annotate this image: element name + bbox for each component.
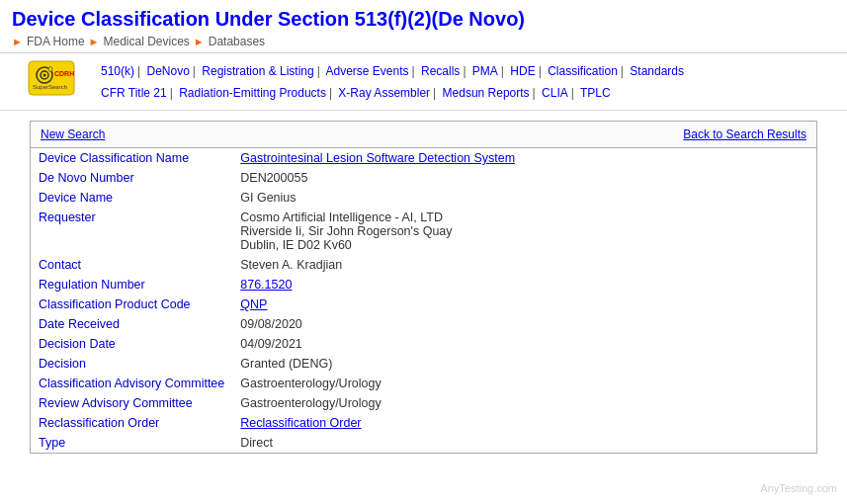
table-row: TypeDirect — [31, 433, 816, 453]
breadcrumb-arrow-icon: ► — [12, 36, 23, 47]
table-row: DecisionGranted (DENG) — [31, 354, 816, 374]
field-label: Requester — [31, 208, 232, 255]
field-value[interactable]: 876.1520 — [232, 275, 816, 294]
field-link[interactable]: Gastrointesinal Lesion Software Detectio… — [240, 151, 515, 165]
field-label: Reclassification Order — [31, 413, 232, 433]
svg-text:CDRH: CDRH — [54, 70, 74, 77]
nav-xray[interactable]: X-Ray Assembler — [338, 86, 430, 100]
new-search-link[interactable]: New Search — [41, 127, 105, 141]
result-box: New Search Back to Search Results Device… — [30, 121, 817, 454]
nav-clia[interactable]: CLIA — [542, 86, 568, 100]
field-value[interactable]: Reclassification Order — [232, 413, 816, 433]
table-row: De Novo NumberDEN200055 — [31, 168, 816, 188]
field-link[interactable]: Reclassification Order — [240, 416, 361, 430]
table-row: Date Received09/08/2020 — [31, 314, 816, 334]
table-row: Reclassification OrderReclassification O… — [31, 413, 816, 433]
nav-adverse[interactable]: Adverse Events — [326, 64, 409, 78]
field-value: 09/08/2020 — [232, 314, 816, 334]
breadcrumb-sep1: ► — [89, 36, 100, 47]
svg-text:SuperSearch: SuperSearch — [33, 84, 67, 90]
field-label: Decision — [31, 354, 232, 374]
logo: CDRH SuperSearch — [12, 59, 91, 97]
nav-pma[interactable]: PMA — [472, 64, 498, 78]
detail-table: Device Classification NameGastrointesina… — [31, 148, 816, 453]
nav-standards[interactable]: Standards — [630, 64, 684, 78]
field-value: Gastroenterology/Urology — [232, 374, 816, 393]
nav-links: 510(k)| DeNovo| Registration & Listing| … — [101, 59, 835, 104]
svg-point-4 — [48, 67, 52, 72]
field-value: GI Genius — [232, 188, 816, 208]
table-row: Review Advisory CommitteeGastroenterolog… — [31, 393, 816, 413]
nav-510k[interactable]: 510(k) — [101, 64, 134, 78]
table-row: Device NameGI Genius — [31, 188, 816, 208]
breadcrumb-medical-devices[interactable]: Medical Devices — [103, 35, 189, 48]
field-value: Gastroenterology/Urology — [232, 393, 816, 413]
nav-registration[interactable]: Registration & Listing — [202, 64, 313, 78]
nav-row-2: CFR Title 21| Radiation-Emitting Product… — [101, 83, 835, 105]
nav-row-1: 510(k)| DeNovo| Registration & Listing| … — [101, 61, 835, 83]
watermark: AnyTesting.com — [760, 482, 837, 494]
nav-cfr21[interactable]: CFR Title 21 — [101, 86, 167, 100]
field-value: Steven A. Kradjian — [232, 255, 816, 275]
field-link[interactable]: 876.1520 — [240, 278, 292, 292]
field-value: 04/09/2021 — [232, 334, 816, 354]
field-link[interactable]: QNP — [240, 297, 267, 311]
svg-point-3 — [43, 74, 46, 77]
field-value[interactable]: QNP — [232, 294, 816, 314]
breadcrumb-databases[interactable]: Databases — [209, 35, 265, 48]
nav-recalls[interactable]: Recalls — [421, 64, 460, 78]
field-label: Review Advisory Committee — [31, 393, 232, 413]
nav-tplc[interactable]: TPLC — [580, 86, 611, 100]
field-value: Granted (DENG) — [232, 354, 816, 374]
back-to-results-link[interactable]: Back to Search Results — [683, 127, 806, 141]
table-row: Classification Product CodeQNP — [31, 294, 816, 314]
nav-medsun[interactable]: Medsun Reports — [443, 86, 530, 100]
field-value: Cosmo Artificial Intelligence - AI, LTDR… — [232, 208, 816, 255]
table-row: Decision Date04/09/2021 — [31, 334, 816, 354]
field-label: De Novo Number — [31, 168, 232, 188]
field-label: Device Classification Name — [31, 148, 232, 168]
field-label: Type — [31, 433, 232, 453]
cdrh-supersearch-logo: CDRH SuperSearch — [27, 59, 76, 97]
field-value[interactable]: Gastrointesinal Lesion Software Detectio… — [232, 148, 816, 168]
nav-area: CDRH SuperSearch 510(k)| DeNovo| Registr… — [0, 53, 847, 111]
table-row: Classification Advisory CommitteeGastroe… — [31, 374, 816, 393]
result-toolbar: New Search Back to Search Results — [31, 122, 816, 148]
field-label: Decision Date — [31, 334, 232, 354]
table-row: Device Classification NameGastrointesina… — [31, 148, 816, 168]
field-label: Date Received — [31, 314, 232, 334]
field-value: Direct — [232, 433, 816, 453]
field-label: Regulation Number — [31, 275, 232, 294]
page-header: Device Classification Under Section 513(… — [0, 0, 847, 53]
page-title: Device Classification Under Section 513(… — [12, 8, 835, 31]
breadcrumb-fda-home[interactable]: FDA Home — [27, 35, 85, 48]
nav-hde[interactable]: HDE — [510, 64, 535, 78]
table-row: RequesterCosmo Artificial Intelligence -… — [31, 208, 816, 255]
field-label: Contact — [31, 255, 232, 275]
nav-classification[interactable]: Classification — [548, 64, 618, 78]
field-label: Device Name — [31, 188, 232, 208]
table-row: ContactSteven A. Kradjian — [31, 255, 816, 275]
table-row: Regulation Number876.1520 — [31, 275, 816, 294]
nav-denovo[interactable]: DeNovo — [146, 64, 189, 78]
field-label: Classification Advisory Committee — [31, 374, 232, 393]
breadcrumb: ► FDA Home ► Medical Devices ► Databases — [12, 35, 835, 48]
field-label: Classification Product Code — [31, 294, 232, 314]
nav-radiation[interactable]: Radiation-Emitting Products — [179, 86, 326, 100]
breadcrumb-sep2: ► — [194, 36, 205, 47]
main-content: New Search Back to Search Results Device… — [0, 111, 847, 463]
field-value: DEN200055 — [232, 168, 816, 188]
